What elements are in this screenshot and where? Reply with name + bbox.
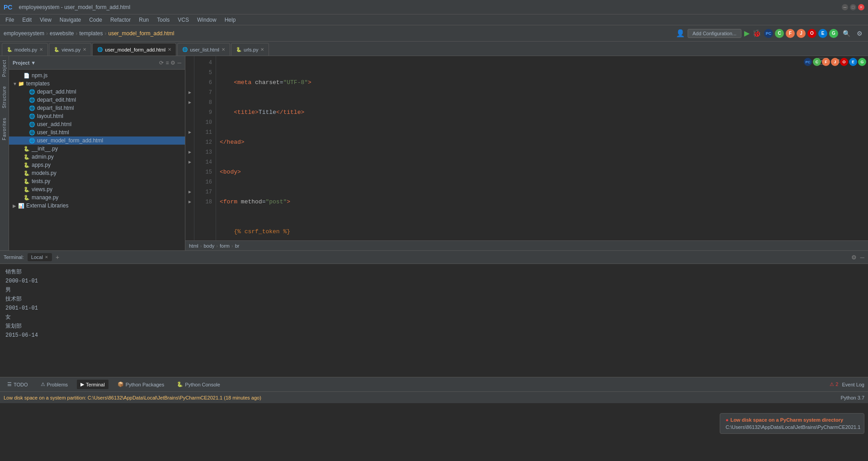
editor-j-icon[interactable]: J [831, 58, 839, 66]
tree-admin[interactable]: 🐍 admin.py [9, 153, 185, 161]
chrome-icon[interactable]: C [775, 29, 784, 38]
tab-close-views[interactable]: ✕ [83, 47, 86, 52]
local-tab[interactable]: Local ✕ [28, 253, 52, 261]
tree-npm-js[interactable]: 📄 npm.js [9, 71, 185, 80]
sidebar-label-favorites[interactable]: Favorites [2, 118, 7, 140]
term-line-1: 销售部 [5, 268, 863, 277]
menu-help[interactable]: Help [221, 16, 240, 24]
tab-close-user-list[interactable]: ✕ [222, 47, 225, 52]
tab-python-console[interactable]: 🐍 Python Console [173, 380, 224, 389]
editor-pc-icon[interactable]: PC [804, 58, 812, 66]
menu-run[interactable]: Run [135, 16, 152, 24]
editor-o-icon[interactable]: O [840, 58, 848, 66]
bc-employeesystem[interactable]: employeesystem [4, 30, 44, 37]
tab-urls-py[interactable]: 🐍 urls.py ✕ [231, 43, 269, 56]
gutter-4 [185, 58, 194, 68]
editor-ff-icon[interactable]: F [822, 58, 830, 66]
tree-init[interactable]: 🐍 __init__.py [9, 145, 185, 153]
edge-icon[interactable]: E [818, 29, 827, 38]
maximize-button[interactable]: □ [850, 4, 856, 10]
cb-body[interactable]: body [203, 243, 214, 249]
bc-eswebsite[interactable]: eswebsite [50, 30, 74, 37]
tree-external-libs[interactable]: ▶ 📊 External Libraries [9, 202, 185, 210]
tree-views[interactable]: 🐍 views.py [9, 185, 185, 193]
minimize-button[interactable]: ─ [842, 4, 848, 10]
tab-problems[interactable]: ⚠ Problems [37, 380, 71, 389]
terminal-hide-icon[interactable]: ─ [860, 254, 864, 261]
tree-label-views: views.py [32, 186, 52, 193]
add-config-button[interactable]: Add Configuration... [688, 29, 741, 38]
editor-chrome-icon[interactable]: C [813, 58, 821, 66]
tree-user-model-form-add[interactable]: 🌐 user_model_form_add.html [9, 136, 185, 145]
tree-depart-edit[interactable]: 🌐 depart_edit.html [9, 96, 185, 104]
run-button[interactable]: ▶ [744, 29, 750, 38]
ln-7: 7 [194, 88, 212, 98]
tree-user-list[interactable]: 🌐 user_list.html [9, 128, 185, 136]
editor-e-icon[interactable]: E [849, 58, 857, 66]
tree-models[interactable]: 🐍 models.py [9, 169, 185, 177]
cb-br[interactable]: br [235, 243, 240, 249]
debug-button[interactable]: 🐞 [752, 29, 761, 38]
menu-file[interactable]: File [2, 16, 18, 24]
sync-icon[interactable]: ⟳ [159, 60, 164, 66]
tab-python-packages[interactable]: 📦 Python Packages [114, 380, 168, 389]
event-log-link[interactable]: Event Log [842, 382, 864, 387]
user-icon[interactable]: 👤 [676, 29, 685, 38]
terminal-content[interactable]: 销售部 2000-01-01 男 技术部 2001-01-01 女 策划部 20… [0, 264, 868, 377]
menu-code[interactable]: Code [85, 16, 106, 24]
cb-html[interactable]: html [189, 243, 198, 249]
menu-navigate[interactable]: Navigate [56, 16, 85, 24]
tree-depart-add[interactable]: 🌐 depart_add.html [9, 88, 185, 96]
brave-icon[interactable]: O [807, 29, 816, 38]
tree-apps[interactable]: 🐍 apps.py [9, 161, 185, 169]
other-icon[interactable]: G [829, 29, 838, 38]
menu-edit[interactable]: Edit [19, 16, 35, 24]
tab-views-py[interactable]: 🐍 views.py ✕ [49, 43, 91, 56]
tree-depart-list[interactable]: 🌐 depart_list.html [9, 104, 185, 112]
status-right: Python 3.7 [840, 395, 864, 400]
term-line-3: 男 [5, 286, 863, 295]
bc-templates[interactable]: templates [79, 30, 103, 37]
collapse-icon[interactable]: ≡ [165, 60, 169, 66]
tab-user-form[interactable]: 🌐 user_model_form_add.html ✕ [92, 43, 176, 56]
menu-refactor[interactable]: Refactor [107, 16, 134, 24]
local-tab-close[interactable]: ✕ [45, 255, 48, 259]
tree-layout[interactable]: 🌐 layout.html [9, 112, 185, 120]
tree-icon-depart-list: 🌐 [29, 105, 35, 111]
tab-terminal[interactable]: ▶ Terminal [77, 380, 108, 389]
sidebar-label-structure[interactable]: Structure [2, 86, 7, 108]
terminal-settings-icon[interactable]: ⚙ [851, 254, 857, 261]
tab-models-py[interactable]: 🐍 models.py ✕ [2, 43, 48, 56]
code-content[interactable]: <meta charset="UTF-8"> <title>Title</tit… [216, 56, 868, 240]
tab-todo[interactable]: ☰ TODO [4, 380, 32, 389]
tab-close-user-form[interactable]: ✕ [168, 47, 171, 52]
gutter-17 [185, 187, 194, 197]
cb-form[interactable]: form [220, 243, 230, 249]
close-button[interactable]: ✕ [858, 4, 864, 10]
tab-user-list[interactable]: 🌐 user_list.html ✕ [177, 43, 230, 56]
settings-tree-icon[interactable]: ⚙ [170, 60, 175, 66]
code-view[interactable]: 4 5 6 7 8 9 10 11 12 13 14 15 16 17 18 <… [185, 56, 868, 240]
menu-view[interactable]: View [36, 16, 55, 24]
sidebar-label-project[interactable]: Project [2, 60, 7, 77]
tree-tests[interactable]: 🐍 tests.py [9, 177, 185, 185]
firefox-icon[interactable]: F [786, 29, 795, 38]
tree-templates-folder[interactable]: ▼ 📁 templates [9, 80, 185, 88]
menu-vcs[interactable]: VCS [174, 16, 193, 24]
editor-g-icon[interactable]: G [858, 58, 866, 66]
svg-marker-1 [189, 101, 191, 104]
tab-close-models[interactable]: ✕ [39, 47, 43, 52]
tab-label-user-list: user_list.html [190, 47, 219, 52]
bc-file[interactable]: user_model_form_add.html [108, 30, 174, 37]
tab-close-urls[interactable]: ✕ [260, 47, 264, 52]
add-terminal-button[interactable]: + [56, 254, 59, 261]
search-icon[interactable]: 🔍 [841, 29, 852, 38]
pycharm-icon[interactable]: PC [764, 29, 773, 38]
menu-window[interactable]: Window [193, 16, 220, 24]
opera-icon[interactable]: J [797, 29, 806, 38]
tree-manage[interactable]: 🐍 manage.py [9, 193, 185, 202]
close-panel-icon[interactable]: ─ [177, 60, 181, 66]
menu-tools[interactable]: Tools [153, 16, 173, 24]
settings-icon[interactable]: ⚙ [855, 29, 864, 38]
tree-user-add[interactable]: 🌐 user_add.html [9, 120, 185, 128]
